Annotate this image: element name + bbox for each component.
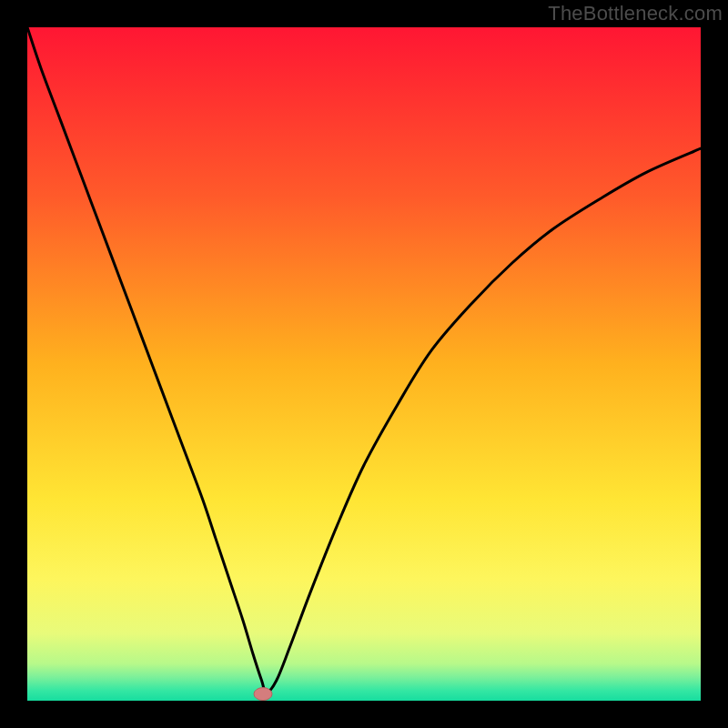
minimum-marker xyxy=(254,688,272,701)
chart-frame xyxy=(27,27,701,701)
gradient-background xyxy=(27,27,701,701)
bottleneck-chart xyxy=(27,27,701,701)
watermark-text: TheBottleneck.com xyxy=(548,2,723,25)
